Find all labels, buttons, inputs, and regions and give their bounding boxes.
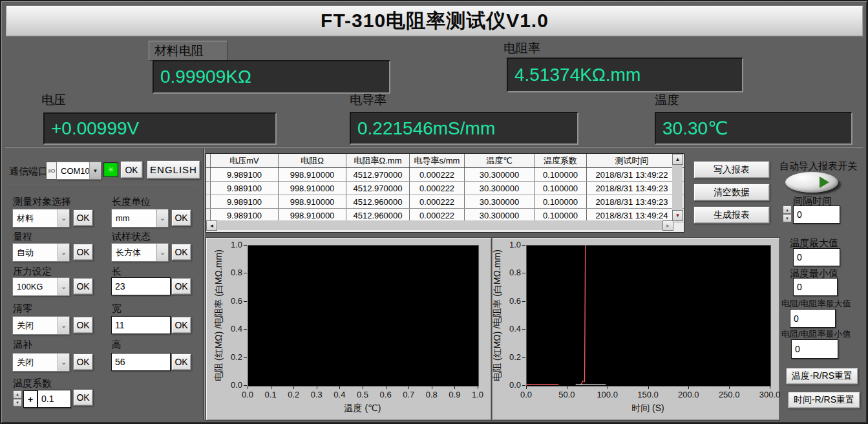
reset-temp-button[interactable]: 温度-R/RS重置 (786, 368, 858, 385)
sample-shape-select[interactable]: 长方体 ⌄ (111, 243, 169, 262)
table-cell[interactable]: 0.100000 (535, 182, 587, 195)
res-min-input[interactable]: 0 (791, 339, 838, 359)
spinner-down-icon[interactable]: ▼ (783, 214, 792, 222)
chevron-down-icon[interactable]: ⌄ (58, 244, 69, 261)
table-cell[interactable]: 4512.970000 (346, 168, 410, 181)
pressure-select[interactable]: 100KG ⌄ (12, 277, 70, 296)
table-cell[interactable]: 998.910000 (279, 182, 346, 195)
height-ok-button[interactable]: OK (171, 354, 191, 370)
english-button[interactable]: ENGLISH (147, 160, 200, 179)
temp-coeff-stepper[interactable]: ▲ ▼ (13, 390, 22, 407)
table-cell[interactable]: 4512.970000 (346, 182, 410, 195)
table-cell[interactable]: 9.989100 (211, 168, 279, 181)
table-cell[interactable]: 2018/8/31 13:49:23 (587, 195, 677, 208)
conductivity-value: 0.221546mS/mm (350, 112, 578, 145)
sample-shape-ok-button[interactable]: OK (171, 244, 191, 260)
height-input[interactable]: 56 (111, 353, 171, 371)
chevron-down-icon[interactable]: ⌄ (156, 209, 168, 227)
table-cell[interactable]: 2018/8/31 13:49:22 (587, 168, 677, 181)
table-cell[interactable]: 2018/8/31 13:49:24 (587, 209, 677, 222)
x-tick-mark (526, 386, 527, 389)
spinner-up-icon[interactable]: ▲ (13, 390, 22, 399)
material-resistance-value: 0.99909KΩ (153, 60, 390, 94)
table-hscrollbar[interactable]: ◄ ► (206, 220, 672, 230)
x-tick-label: 200.0 (673, 390, 703, 399)
range-ok-button[interactable]: OK (73, 244, 93, 260)
table-cell[interactable]: 4512.960000 (346, 209, 410, 222)
combo-value: 100KG (13, 278, 58, 295)
res-max-input[interactable]: 0 (790, 309, 836, 328)
spinner-up-icon[interactable]: ▲ (783, 206, 792, 214)
range-select[interactable]: 自动 ⌄ (12, 243, 70, 262)
plot-area (248, 245, 479, 387)
table-header-cell: 测试时间 (587, 154, 677, 167)
table-cell[interactable]: 30.300000 (465, 168, 535, 181)
temp-max-input[interactable]: 0 (793, 248, 840, 266)
table-cell[interactable]: 30.300000 (465, 195, 535, 208)
temp-comp-select[interactable]: 关闭 ⌄ (12, 353, 70, 372)
interval-input[interactable]: 0 (793, 206, 840, 224)
length-unit-select[interactable]: mm ⌄ (111, 209, 169, 228)
auto-report-toggle[interactable] (785, 172, 838, 193)
generate-report-button[interactable]: 生成报表 (693, 206, 770, 224)
table-cell[interactable]: 998.910000 (279, 209, 346, 222)
scroll-up-icon[interactable]: ▲ (672, 154, 683, 165)
x-tick-label: 250.0 (714, 390, 744, 399)
interval-stepper[interactable]: ▲ ▼ (783, 206, 792, 222)
x-tick-mark (271, 386, 271, 389)
scroll-down-icon[interactable]: ▼ (672, 210, 683, 221)
temp-coeff-input[interactable]: 0.1 (37, 390, 71, 408)
temp-coeff-sign[interactable]: + (23, 390, 37, 408)
combo-value: 材料 (13, 209, 58, 227)
table-cell[interactable]: 30.300000 (465, 182, 535, 195)
table-cell[interactable]: 2018/8/31 13:49:23 (587, 182, 677, 195)
table-rows: 9.989100998.9100004512.9700000.00022230.… (206, 168, 684, 222)
measure-target-ok-button[interactable]: OK (73, 209, 93, 226)
measure-target-select[interactable]: 材料 ⌄ (12, 209, 70, 228)
combo-value: mm (112, 209, 156, 227)
length-unit-ok-button[interactable]: OK (171, 209, 191, 226)
combo-arrow-icon[interactable]: ▼ (89, 162, 101, 179)
write-report-button[interactable]: 写入报表 (693, 161, 770, 178)
table-cell[interactable]: 0.100000 (535, 195, 587, 208)
reset-time-button[interactable]: 时间-R/RS重置 (788, 392, 860, 408)
table-cell[interactable]: 0.100000 (535, 168, 587, 181)
temp-coeff-label: 温度系数 (13, 377, 52, 390)
table-cell[interactable]: 4512.960000 (346, 195, 410, 208)
com-ok-button[interactable]: OK (120, 161, 143, 178)
play-arrow-icon (820, 176, 829, 188)
temp-min-input[interactable]: 0 (793, 278, 838, 296)
length-input[interactable]: 23 (111, 277, 171, 295)
range-label: 量程 (13, 231, 32, 243)
pressure-label: 压力设定 (13, 266, 52, 278)
chevron-down-icon[interactable]: ⌄ (58, 317, 69, 334)
zero-select[interactable]: 关闭 ⌄ (12, 316, 70, 335)
width-ok-button[interactable]: OK (171, 317, 191, 334)
pressure-ok-button[interactable]: OK (73, 278, 93, 295)
table-cell[interactable]: 0.000222 (410, 182, 465, 195)
table-cell[interactable]: 9.989100 (211, 182, 279, 195)
width-input[interactable]: 11 (111, 316, 171, 334)
table-cell[interactable]: 0.000222 (410, 209, 465, 222)
x-tick-label: 150.0 (633, 390, 663, 399)
table-cell[interactable]: 0.000222 (410, 168, 465, 181)
clear-data-button[interactable]: 清空数据 (693, 184, 770, 201)
temp-comp-ok-button[interactable]: OK (73, 354, 93, 370)
chevron-down-icon[interactable]: ⌄ (156, 244, 168, 261)
zero-ok-button[interactable]: OK (73, 317, 93, 334)
chevron-down-icon[interactable]: ⌄ (58, 209, 69, 227)
table-cell[interactable]: 0.100000 (535, 209, 587, 222)
table-cell[interactable]: 998.910000 (279, 195, 346, 208)
table-cell[interactable]: 998.910000 (279, 168, 346, 181)
table-cell[interactable]: 0.000222 (410, 195, 465, 208)
spinner-down-icon[interactable]: ▼ (13, 399, 22, 407)
table-cell[interactable]: 9.989100 (211, 195, 279, 208)
temp-coeff-ok-button[interactable]: OK (73, 389, 93, 406)
com-port-select[interactable]: COM10 ▼ (56, 162, 101, 180)
table-vscrollbar[interactable]: ▲ ▼ (672, 154, 683, 220)
chevron-down-icon[interactable]: ⌄ (58, 354, 69, 371)
chevron-down-icon[interactable]: ⌄ (58, 278, 69, 295)
row-header (206, 182, 211, 195)
scroll-right-icon[interactable]: ► (662, 220, 673, 231)
length-ok-button[interactable]: OK (171, 278, 191, 295)
